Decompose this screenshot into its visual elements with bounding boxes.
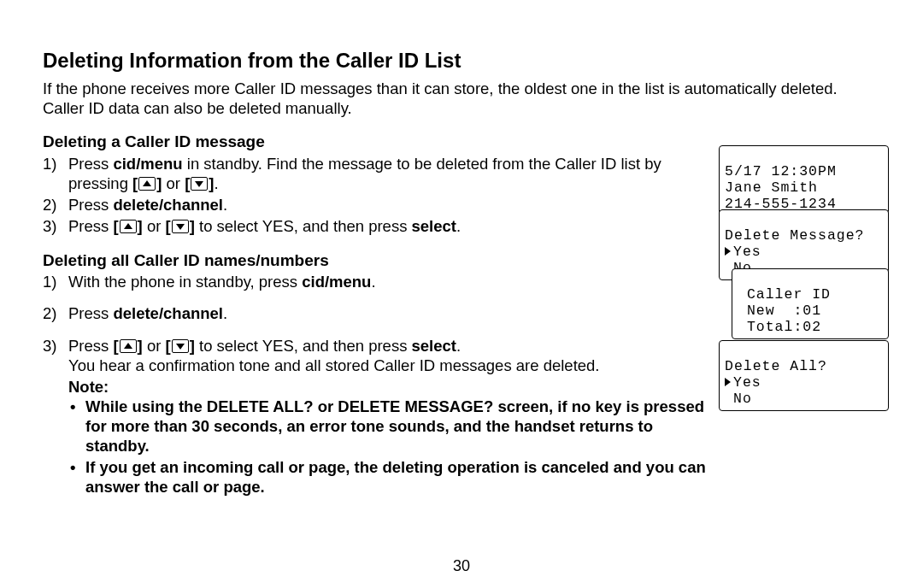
step-a2: Press delete/channel. <box>65 195 709 215</box>
text: . <box>456 337 461 355</box>
section-a-steps: Press cid/menu in standby. Find the mess… <box>43 154 709 237</box>
section-a-heading: Deleting a Caller ID message <box>43 132 709 152</box>
bracket: [ <box>166 217 171 235</box>
step-b3-extra: You hear a confirmation tone and all sto… <box>68 356 599 374</box>
down-arrow-icon <box>191 177 208 191</box>
intro-paragraph: If the phone receives more Caller ID mes… <box>43 79 880 118</box>
svg-marker-3 <box>176 224 185 230</box>
lcd-option-yes: Yes <box>725 244 761 260</box>
section-b-steps: With the phone in standby, press cid/men… <box>43 272 709 375</box>
text: or <box>143 337 166 355</box>
text: . <box>223 196 227 214</box>
note-list: While using the DELETE ALL? or DELETE ME… <box>43 397 709 497</box>
svg-marker-5 <box>176 344 185 350</box>
key-delete-channel: delete/channel <box>113 196 223 214</box>
step-b1: With the phone in standby, press cid/men… <box>65 272 709 291</box>
key-cid-menu: cid/menu <box>302 273 371 291</box>
text: or <box>162 174 185 192</box>
up-arrow-icon <box>120 339 137 353</box>
svg-marker-0 <box>143 180 151 186</box>
text: . <box>215 174 219 192</box>
step-b2: Press delete/channel. <box>65 303 709 323</box>
svg-marker-2 <box>124 223 132 229</box>
text: to select YES, and then press <box>195 337 412 355</box>
lcd-line: Jane Smith <box>725 179 818 196</box>
lcd-line: New :01 <box>738 303 821 319</box>
svg-marker-4 <box>124 343 132 349</box>
down-arrow-icon <box>172 220 189 233</box>
text: . <box>371 273 375 291</box>
svg-marker-1 <box>195 181 203 187</box>
text: to select YES, and then press <box>195 217 412 235</box>
text: Press <box>68 217 113 235</box>
lcd-delete-all: Delete All? Yes No <box>719 340 889 411</box>
lcd-caller-id-summary: Caller ID New :01 Total:02 <box>732 268 889 339</box>
up-arrow-icon <box>120 220 137 233</box>
down-arrow-icon <box>172 339 189 353</box>
section-b-heading: Deleting all Caller ID names/numbers <box>43 250 709 271</box>
up-arrow-icon <box>138 177 156 191</box>
key-cid-menu: cid/menu <box>113 155 182 173</box>
lcd-line: Delete Message? <box>725 227 865 244</box>
text: . <box>456 217 461 235</box>
lcd-caller-entry: 5/17 12:30PM Jane Smith 214-555-1234 <box>719 145 889 216</box>
manual-page: Deleting Information from the Caller ID … <box>0 0 923 588</box>
lcd-line: Total:02 <box>738 319 821 335</box>
page-number: 30 <box>0 556 923 576</box>
bracket: [ <box>185 174 190 192</box>
text: . <box>223 304 227 322</box>
key-delete-channel: delete/channel <box>113 304 223 322</box>
key-select: select <box>412 217 456 235</box>
note-label: Note: <box>68 377 709 397</box>
lcd-option-yes: Yes <box>725 374 761 391</box>
text: Press <box>68 337 113 355</box>
text: or <box>143 217 166 235</box>
bracket: [ <box>113 217 118 235</box>
bracket: [ <box>113 337 118 355</box>
lcd-line: 5/17 12:30PM <box>725 163 837 179</box>
left-column: Deleting a Caller ID message Press cid/m… <box>43 132 709 497</box>
step-a1: Press cid/menu in standby. Find the mess… <box>65 154 709 193</box>
step-b3: Press [] or [] to select YES, and then p… <box>65 336 709 375</box>
note-1: While using the DELETE ALL? or DELETE ME… <box>85 397 709 456</box>
bracket: [ <box>166 337 171 355</box>
bracket: [ <box>132 174 138 192</box>
lcd-option-no: No <box>725 391 752 407</box>
lcd-line: Delete All? <box>725 358 827 374</box>
page-title: Deleting Information from the Caller ID … <box>43 48 880 74</box>
text: With the phone in standby, press <box>68 273 302 291</box>
text: Press <box>68 304 113 322</box>
step-a3: Press [] or [] to select YES, and then p… <box>65 216 709 236</box>
text: Press <box>68 196 113 214</box>
note-2: If you get an incoming call or page, the… <box>85 457 709 497</box>
lcd-line: Caller ID <box>738 286 831 303</box>
text: Press <box>68 155 113 173</box>
key-select: select <box>412 337 456 355</box>
